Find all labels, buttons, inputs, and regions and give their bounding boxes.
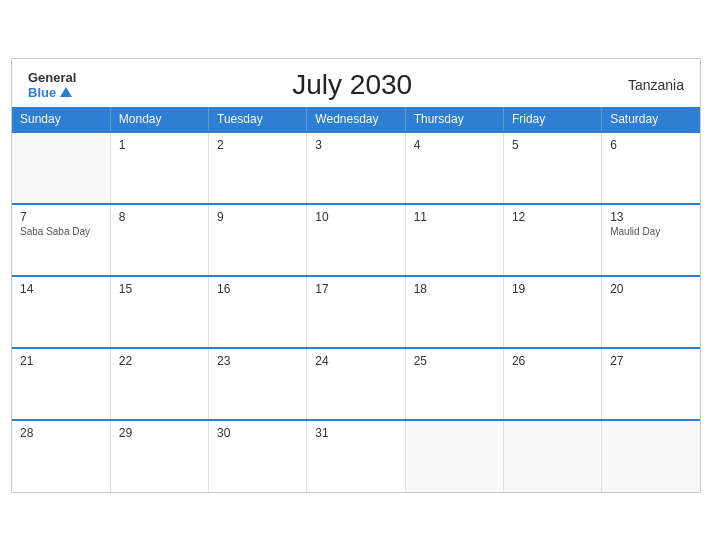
weekday-header-thursday: Thursday [405,107,503,132]
calendar-cell: 25 [405,348,503,420]
calendar-header: General Blue July 2030 Tanzania [12,59,700,107]
day-number: 21 [20,354,102,368]
calendar-cell: 30 [209,420,307,492]
day-number: 7 [20,210,102,224]
day-number: 13 [610,210,692,224]
calendar-cell [405,420,503,492]
calendar-title: July 2030 [292,69,412,101]
day-number: 4 [414,138,495,152]
calendar-cell: 22 [110,348,208,420]
calendar-cell: 20 [602,276,700,348]
event-label: Saba Saba Day [20,226,102,237]
calendar-cell: 7Saba Saba Day [12,204,110,276]
day-number: 30 [217,426,298,440]
calendar-cell: 15 [110,276,208,348]
calendar-cell [602,420,700,492]
day-number: 17 [315,282,396,296]
calendar-week-row: 7Saba Saba Day8910111213Maulid Day [12,204,700,276]
day-number: 14 [20,282,102,296]
calendar-week-row: 123456 [12,132,700,204]
day-number: 10 [315,210,396,224]
calendar-cell: 23 [209,348,307,420]
calendar-cell: 24 [307,348,405,420]
day-number: 22 [119,354,200,368]
calendar-cell: 13Maulid Day [602,204,700,276]
calendar-cell: 5 [503,132,601,204]
calendar-cell: 26 [503,348,601,420]
calendar-week-row: 14151617181920 [12,276,700,348]
calendar-cell: 9 [209,204,307,276]
calendar-cell [12,132,110,204]
weekday-header-row: SundayMondayTuesdayWednesdayThursdayFrid… [12,107,700,132]
day-number: 16 [217,282,298,296]
logo: General Blue [28,70,76,100]
weekday-header-friday: Friday [503,107,601,132]
calendar-cell: 31 [307,420,405,492]
day-number: 18 [414,282,495,296]
calendar-cell: 6 [602,132,700,204]
day-number: 1 [119,138,200,152]
weekday-header-wednesday: Wednesday [307,107,405,132]
day-number: 15 [119,282,200,296]
day-number: 25 [414,354,495,368]
calendar-cell: 8 [110,204,208,276]
calendar-week-row: 21222324252627 [12,348,700,420]
calendar-week-row: 28293031 [12,420,700,492]
calendar-cell: 29 [110,420,208,492]
day-number: 19 [512,282,593,296]
calendar-cell: 28 [12,420,110,492]
calendar-cell: 11 [405,204,503,276]
calendar-cell: 17 [307,276,405,348]
day-number: 28 [20,426,102,440]
day-number: 24 [315,354,396,368]
calendar-cell: 27 [602,348,700,420]
day-number: 12 [512,210,593,224]
day-number: 27 [610,354,692,368]
day-number: 6 [610,138,692,152]
calendar-cell: 16 [209,276,307,348]
day-number: 11 [414,210,495,224]
weekday-header-saturday: Saturday [602,107,700,132]
weekday-header-monday: Monday [110,107,208,132]
calendar-container: General Blue July 2030 Tanzania SundayMo… [11,58,701,493]
calendar-cell: 10 [307,204,405,276]
calendar-cell: 12 [503,204,601,276]
day-number: 23 [217,354,298,368]
day-number: 20 [610,282,692,296]
day-number: 3 [315,138,396,152]
day-number: 9 [217,210,298,224]
day-number: 2 [217,138,298,152]
day-number: 31 [315,426,396,440]
weekday-header-tuesday: Tuesday [209,107,307,132]
calendar-cell: 18 [405,276,503,348]
calendar-cell: 2 [209,132,307,204]
event-label: Maulid Day [610,226,692,237]
day-number: 8 [119,210,200,224]
calendar-cell: 14 [12,276,110,348]
calendar-cell: 1 [110,132,208,204]
calendar-cell [503,420,601,492]
calendar-country: Tanzania [628,77,684,93]
day-number: 29 [119,426,200,440]
logo-blue-text: Blue [28,85,72,100]
logo-triangle-icon [60,87,72,97]
calendar-cell: 4 [405,132,503,204]
weekday-header-sunday: Sunday [12,107,110,132]
day-number: 26 [512,354,593,368]
calendar-cell: 19 [503,276,601,348]
calendar-cell: 21 [12,348,110,420]
calendar-cell: 3 [307,132,405,204]
logo-general-text: General [28,70,76,85]
calendar-grid: SundayMondayTuesdayWednesdayThursdayFrid… [12,107,700,492]
day-number: 5 [512,138,593,152]
